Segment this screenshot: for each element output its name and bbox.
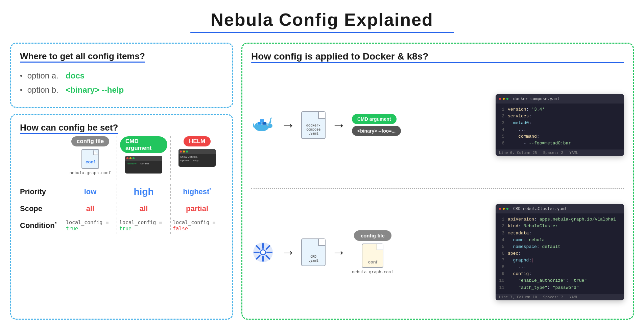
svg-point-5 <box>271 117 272 118</box>
content-area: Where to get all config items? option a.… <box>0 37 644 322</box>
col-cmd-argument: CMD argument <binary> --foo=bar <box>117 136 170 180</box>
mini-file-icon: conf <box>81 149 99 169</box>
dot-yellow <box>129 157 132 159</box>
svg-point-1 <box>266 123 272 128</box>
arrow-2: → <box>332 118 346 132</box>
right-panel: How config is applied to Docker & k8s? <box>241 43 634 320</box>
pill-cmd-argument: CMD argument <box>352 114 397 124</box>
svg-rect-7 <box>262 122 266 125</box>
docker-compose-editor: docker-compose.yaml 1version: '3.4' 2ser… <box>496 94 624 156</box>
priority-label: Priority <box>20 187 64 196</box>
option-b: option b. <binary> --help <box>20 85 223 95</box>
page-title: Nebula Config Explained <box>0 0 644 37</box>
editor-titlebar-crd: CRD_nebulaCluster.yaml <box>496 204 624 213</box>
box1-title: Where to get all config items? <box>20 51 145 62</box>
docker-icon-item <box>251 115 275 135</box>
badge-cmd: CMD argument <box>120 136 167 153</box>
conf-file-item: config file conf nebula-graph.conf <box>352 230 393 274</box>
k8s-helm-icon <box>251 242 275 262</box>
editor-title-docker: docker-compose.yaml <box>513 96 559 101</box>
priority-helm: highest* <box>170 184 223 199</box>
condition-row: Condition* local_config = true local_con… <box>20 217 223 234</box>
arrow-1: → <box>281 118 295 132</box>
editor-body-crd: 1apiVersion: apps.nebula-graph.io/v1alph… <box>496 213 624 294</box>
badge-config-file: config file <box>71 136 109 146</box>
dot-red <box>126 157 128 159</box>
nebula-conf-label: nebula-graph.conf <box>352 270 393 274</box>
arrow-3: → <box>281 245 295 259</box>
option-list: option a. docs option b. <binary> --help <box>20 71 223 95</box>
docker-flow-row: → docker-compose.yaml → CMD argument <bi… <box>251 66 624 184</box>
k8s-flow-row: → CRD.yaml → config file conf nebula-gra… <box>251 193 624 311</box>
condition-helm: local_config = false <box>170 217 223 234</box>
docker-compose-file-item: docker-compose.yaml <box>301 111 326 139</box>
arrow-4: → <box>332 245 346 259</box>
editor-title-crd: CRD_nebulaCluster.yaml <box>513 206 567 211</box>
left-panel: Where to get all config items? option a.… <box>10 43 233 320</box>
svg-point-3 <box>267 125 268 125</box>
condition-label: Condition* <box>20 221 64 230</box>
conf-file-badge: config file <box>354 230 391 241</box>
scope-cmd: all <box>117 202 170 215</box>
mini-helm-icon: Show Configs, Update Configs <box>178 149 216 167</box>
condition-config-file: local_config = true <box>64 217 117 234</box>
conf-icon: conf <box>362 244 383 268</box>
editor-dot-green <box>506 98 508 100</box>
dot-green2 <box>186 151 188 153</box>
crd-editor: CRD_nebulaCluster.yaml 1apiVersion: apps… <box>496 204 624 300</box>
how-config-set-box: How can config be set? config file conf … <box>10 114 233 320</box>
col-config-file: config file conf nebula-graph.conf <box>64 136 117 180</box>
priority-config-file: low <box>64 184 117 199</box>
docker-pills: CMD argument <binary> --foo=... <box>352 114 401 136</box>
priority-cmd: high <box>117 184 170 199</box>
col-helm: HELM Show Configs, Update Configs <box>170 136 223 180</box>
editor-footer-crd: Line 7, Column 10 Spaces: 2 YAML <box>496 294 624 300</box>
file-label-conf: nebula-graph.conf <box>70 171 111 176</box>
crd-file-icon: CRD.yaml <box>301 238 326 266</box>
dot-green <box>133 157 135 159</box>
editor-dot-yellow <box>503 98 505 100</box>
scope-row: Scope all all partial <box>20 200 223 217</box>
option-a: option a. docs <box>20 71 223 80</box>
scope-config-file: all <box>64 202 117 215</box>
editor-footer-docker: Line 6, Column 25 Spaces: 2 YAML <box>496 150 624 156</box>
pill-binary-foo: <binary> --foo=... <box>352 126 401 136</box>
k8s-icon-item <box>251 242 275 262</box>
priority-row: Priority low high highest* <box>20 183 223 200</box>
editor-titlebar-docker: docker-compose.yaml <box>496 94 624 104</box>
config-set-header: config file conf nebula-graph.conf CMD a… <box>20 136 223 183</box>
editor-dot-red <box>499 98 501 100</box>
flow-divider <box>251 188 624 189</box>
editor-dot-green2 <box>506 208 508 210</box>
where-to-get-box: Where to get all config items? option a.… <box>10 43 233 108</box>
svg-point-19 <box>261 250 265 254</box>
box2-title: How can config be set? <box>20 122 118 133</box>
docker-whale-icon <box>251 115 275 135</box>
docker-compose-file-icon: docker-compose.yaml <box>301 111 326 139</box>
svg-rect-8 <box>260 119 264 122</box>
editor-dot-yellow2 <box>503 208 505 210</box>
mini-terminal-icon: <binary> --foo=bar <box>125 156 162 174</box>
svg-point-4 <box>270 118 271 120</box>
right-panel-title: How config is applied to Docker & k8s? <box>251 51 624 62</box>
dot-red2 <box>180 151 182 153</box>
scope-helm: partial <box>170 202 223 215</box>
svg-rect-6 <box>258 122 262 125</box>
dot-yellow2 <box>183 151 185 153</box>
crd-file-item: CRD.yaml <box>301 238 326 266</box>
scope-label: Scope <box>20 204 64 213</box>
editor-dot-red2 <box>499 208 501 210</box>
condition-cmd: local_config = true <box>117 217 170 234</box>
badge-helm: HELM <box>184 136 211 146</box>
editor-body-docker: 1version: '3.4' 2services: 3 metad0: 4 .… <box>496 104 624 150</box>
